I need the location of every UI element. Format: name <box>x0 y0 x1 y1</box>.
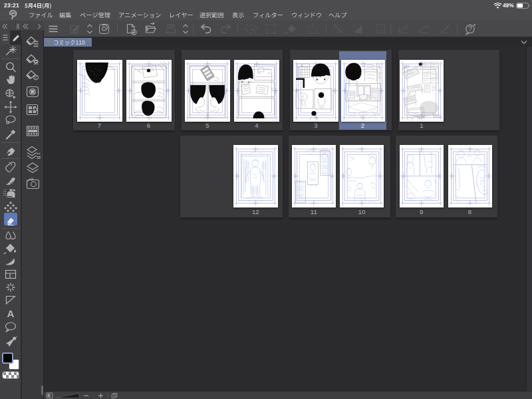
svg-text:?: ? <box>468 25 472 33</box>
svg-text:A: A <box>7 308 15 319</box>
